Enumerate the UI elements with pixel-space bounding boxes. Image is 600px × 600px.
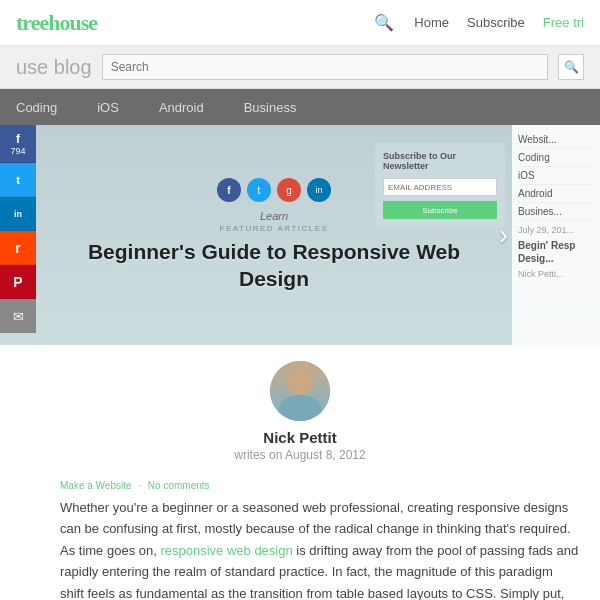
right-sidebar-item-3[interactable]: iOS xyxy=(518,167,594,185)
social-sidebar: f 794 t in r P ✉ xyxy=(0,125,36,333)
hero-social-gp[interactable]: g xyxy=(277,178,301,202)
hero-title: Beginner's Guide to Responsive Web Desig… xyxy=(66,239,482,292)
right-sidebar-item-1[interactable]: Websit... xyxy=(518,131,594,149)
email-icon: ✉ xyxy=(13,309,24,324)
social-twitter[interactable]: t xyxy=(0,163,36,197)
right-sidebar-item-5[interactable]: Busines... xyxy=(518,203,594,221)
avatar-body xyxy=(279,395,321,421)
category-ios[interactable]: iOS xyxy=(97,100,119,115)
right-sidebar-item-2[interactable]: Coding xyxy=(518,149,594,167)
social-linkedin[interactable]: in xyxy=(0,197,36,231)
hero-social-row: f t g in xyxy=(217,178,331,202)
right-sidebar-author: Nick Petti... xyxy=(518,269,594,279)
hero-next-arrow[interactable]: › xyxy=(499,219,508,251)
learn-badge: Learn xyxy=(260,210,288,222)
breadcrumbs: Make a Website · No comments xyxy=(0,478,600,497)
social-facebook[interactable]: f 794 xyxy=(0,125,36,163)
reddit-letter: r xyxy=(15,240,20,256)
breadcrumb-make-site[interactable]: Make a Website xyxy=(60,480,132,491)
twitter-letter: t xyxy=(16,174,20,186)
author-avatar xyxy=(270,361,330,421)
author-date: writes on August 8, 2012 xyxy=(20,448,580,462)
breadcrumb-separator: · xyxy=(138,480,141,491)
category-android[interactable]: Android xyxy=(159,100,204,115)
nav-link-subscribe[interactable]: Subscribe xyxy=(467,15,525,30)
right-sidebar-article-title[interactable]: Begin' Resp Desig... xyxy=(518,239,594,265)
breadcrumb-comments[interactable]: No comments xyxy=(148,480,210,491)
social-email[interactable]: ✉ xyxy=(0,299,36,333)
pinterest-letter: P xyxy=(13,274,22,290)
social-reddit[interactable]: r xyxy=(0,231,36,265)
hero-area: f 794 t in r P ✉ Websit... Coding iOS An… xyxy=(0,125,600,345)
author-name[interactable]: Nick Pettit xyxy=(20,429,580,446)
featured-label: FEATURED ARTICLES xyxy=(220,224,329,233)
avatar-head xyxy=(287,369,313,395)
linkedin-letter: in xyxy=(14,209,22,219)
social-pinterest[interactable]: P xyxy=(0,265,36,299)
newsletter-subscribe-button[interactable]: Subscribe xyxy=(383,201,497,219)
hero-social-li[interactable]: in xyxy=(307,178,331,202)
category-coding[interactable]: Coding xyxy=(16,100,57,115)
top-nav: treehouse 🔍 Home Subscribe Free tri xyxy=(0,0,600,46)
nav-link-free-trial[interactable]: Free tri xyxy=(543,15,584,30)
facebook-letter: f xyxy=(16,132,20,146)
right-sidebar-item-4[interactable]: Android xyxy=(518,185,594,203)
blog-header: use blog 🔍 xyxy=(0,46,600,89)
author-section: Nick Pettit writes on August 8, 2012 xyxy=(0,345,600,478)
blog-title: use blog xyxy=(16,56,92,79)
newsletter-email-input[interactable] xyxy=(383,178,497,196)
hero-social-fb[interactable]: f xyxy=(217,178,241,202)
article-link[interactable]: responsive web design xyxy=(160,543,292,558)
logo[interactable]: treehouse xyxy=(16,10,97,36)
category-nav: Coding iOS Android Business xyxy=(0,89,600,125)
article-paragraph: Whether you're a beginner or a seasoned … xyxy=(60,497,580,600)
right-sidebar-date: July 29, 201... xyxy=(518,221,594,239)
category-business[interactable]: Business xyxy=(244,100,297,115)
article-content: Whether you're a beginner or a seasoned … xyxy=(0,497,600,600)
facebook-count: 794 xyxy=(10,146,25,156)
newsletter-box: Subscribe to Our Newsletter Subscribe xyxy=(375,143,505,227)
blog-search-button[interactable]: 🔍 xyxy=(558,54,584,80)
right-sidebar: Websit... Coding iOS Android Busines... … xyxy=(512,125,600,345)
search-icon[interactable]: 🔍 xyxy=(374,13,394,32)
blog-search-input[interactable] xyxy=(102,54,548,80)
hero-social-tw[interactable]: t xyxy=(247,178,271,202)
nav-link-home[interactable]: Home xyxy=(414,15,449,30)
newsletter-headline: Subscribe to Our Newsletter xyxy=(383,151,497,171)
avatar-bg xyxy=(270,361,330,421)
